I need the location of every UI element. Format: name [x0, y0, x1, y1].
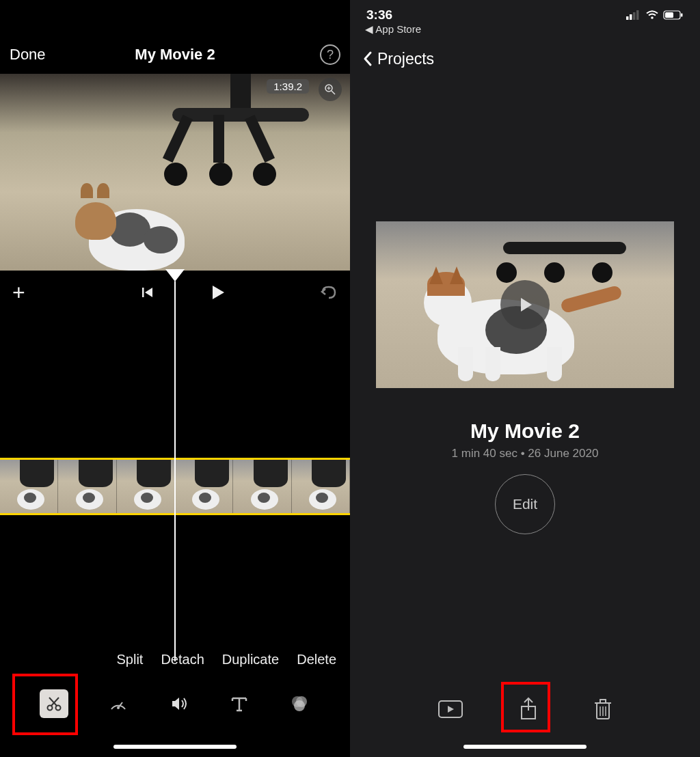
timecode-label: 1:39.2 [267, 79, 309, 94]
editor-nav-bar: Done My Movie 2 ? [0, 37, 350, 72]
project-title: My Movie 2 [135, 46, 215, 64]
back-to-app-link[interactable]: ◀ App Store [365, 23, 421, 36]
status-bar: 3:36 [350, 5, 700, 25]
clip-thumb [233, 460, 291, 513]
svg-rect-22 [636, 10, 639, 20]
filters-tool-icon[interactable] [288, 693, 310, 715]
scissors-tool-icon[interactable] [40, 689, 68, 718]
clip-thumb [117, 460, 175, 513]
project-actions [350, 689, 700, 730]
split-button[interactable]: Split [117, 652, 144, 676]
clip-thumb [175, 460, 233, 513]
svg-rect-32 [600, 700, 606, 703]
projects-screen: 3:36 ◀ App Store Projects My Movie 2 1 m… [350, 0, 700, 757]
delete-button[interactable]: Delete [297, 652, 336, 676]
wifi-icon [645, 10, 659, 20]
svg-point-5 [48, 706, 53, 711]
svg-rect-20 [630, 14, 632, 20]
tool-bar [0, 683, 350, 724]
status-icons [626, 10, 684, 20]
svg-rect-26 [681, 14, 683, 17]
playhead-marker [167, 271, 183, 281]
projects-nav: Projects [350, 45, 700, 72]
clock: 3:36 [366, 8, 392, 23]
editor-screen: Done My Movie 2 ? 1:39.2 + [0, 0, 350, 757]
share-icon[interactable] [518, 697, 539, 721]
edit-button[interactable]: Edit [495, 474, 555, 534]
chevron-left-icon[interactable] [362, 51, 373, 67]
clip-thumb [58, 460, 116, 513]
svg-point-18 [294, 700, 305, 711]
done-button[interactable]: Done [10, 46, 46, 64]
svg-point-10 [117, 706, 120, 709]
cellular-icon [626, 10, 641, 20]
preview-subject [75, 189, 198, 271]
svg-rect-25 [665, 12, 673, 18]
svg-rect-19 [626, 16, 629, 20]
speed-tool-icon[interactable] [107, 693, 129, 715]
projects-button[interactable]: Projects [377, 50, 434, 68]
svg-rect-21 [633, 12, 636, 20]
svg-point-23 [651, 16, 654, 19]
clip-thumb [0, 460, 58, 513]
video-preview[interactable]: 1:39.2 [0, 74, 350, 271]
svg-line-1 [332, 91, 335, 94]
text-tool-icon[interactable] [229, 693, 250, 714]
volume-tool-icon[interactable] [168, 693, 190, 715]
home-indicator[interactable] [463, 745, 587, 749]
zoom-icon[interactable] [319, 78, 342, 101]
svg-point-6 [56, 706, 61, 711]
play-icon[interactable] [209, 284, 227, 301]
playhead-line [174, 271, 176, 661]
duplicate-button[interactable]: Duplicate [222, 652, 279, 676]
clip-thumb [292, 460, 350, 513]
movie-title: My Movie 2 [350, 419, 700, 443]
trash-icon[interactable] [593, 698, 612, 721]
battery-icon [663, 10, 684, 20]
skip-start-icon[interactable] [141, 286, 154, 299]
movie-meta: 1 min 40 sec • 26 June 2020 [350, 447, 700, 460]
home-indicator[interactable] [113, 745, 237, 749]
detach-button[interactable]: Detach [161, 652, 204, 676]
svg-rect-4 [142, 288, 144, 297]
project-thumbnail[interactable] [376, 221, 674, 388]
help-icon[interactable]: ? [320, 44, 340, 65]
play-overlay-icon[interactable] [500, 280, 550, 329]
play-project-icon[interactable] [438, 700, 463, 719]
undo-icon[interactable] [320, 285, 338, 300]
